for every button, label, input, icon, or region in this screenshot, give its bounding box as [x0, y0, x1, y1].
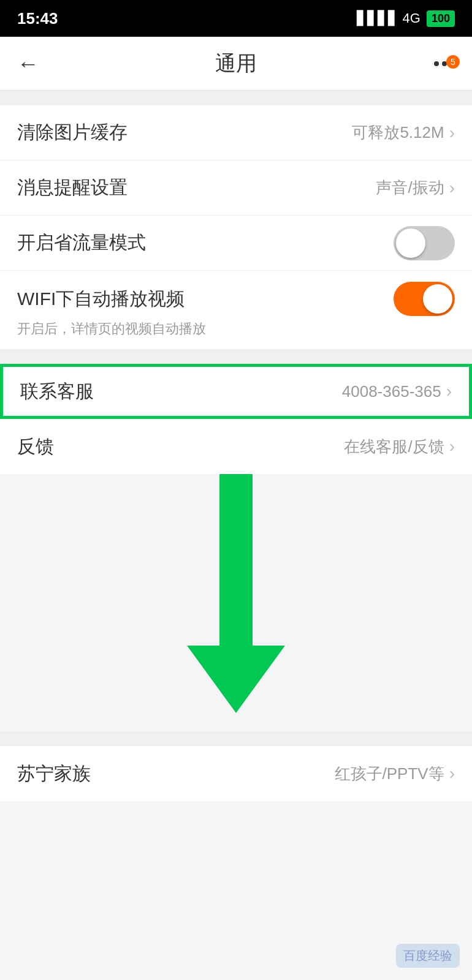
time-display: 15:43	[17, 9, 58, 28]
wifi-autoplay-sublabel: 开启后，详情页的视频自动播放	[17, 320, 455, 338]
clear-cache-label: 清除图片缓存	[17, 120, 128, 145]
clear-cache-item[interactable]: 清除图片缓存 可释放5.12M ›	[0, 105, 472, 160]
wifi-autoplay-toggle[interactable]	[394, 282, 455, 316]
green-arrow	[187, 474, 285, 713]
section-divider-2	[0, 349, 472, 364]
section-divider-top	[0, 91, 472, 105]
chevron-icon: ›	[449, 178, 455, 198]
notification-badge: 5	[446, 55, 460, 69]
data-saving-toggle-container	[394, 226, 455, 260]
data-saving-toggle[interactable]	[394, 226, 455, 260]
status-bar: 15:43 ▋▋▋▋ 4G 100	[0, 0, 472, 37]
suning-family-item[interactable]: 苏宁家族 红孩子/PPTV等 ›	[0, 746, 472, 801]
chevron-icon: ›	[446, 382, 452, 401]
back-button[interactable]: ←	[17, 51, 39, 77]
signal-icon: ▋▋▋▋ 4G	[357, 10, 420, 26]
chevron-icon: ›	[449, 123, 455, 143]
toggle-thumb	[423, 284, 452, 314]
suning-family-label: 苏宁家族	[17, 761, 91, 786]
clear-cache-value: 可释放5.12M ›	[352, 122, 455, 143]
contact-service-value: 4008-365-365 ›	[342, 382, 452, 401]
notification-settings-item[interactable]: 消息提醒设置 声音/振动 ›	[0, 160, 472, 216]
wifi-autoplay-toggle-container	[394, 282, 455, 316]
watermark: 百度经验	[396, 944, 460, 968]
page-title: 通用	[215, 50, 257, 78]
page-header: ← 通用 5	[0, 37, 472, 91]
wifi-autoplay-item[interactable]: WIFI下自动播放视频 开启后，详情页的视频自动播放	[0, 271, 472, 349]
battery-indicator: 100	[427, 10, 455, 27]
arrow-shaft	[219, 474, 253, 646]
wifi-autoplay-label: WIFI下自动播放视频	[17, 287, 185, 312]
contact-service-label: 联系客服	[20, 379, 94, 404]
feedback-value: 在线客服/反馈 ›	[344, 436, 455, 458]
settings-section-2: 联系客服 4008-365-365 › 反馈 在线客服/反馈 ›	[0, 364, 472, 474]
chevron-icon: ›	[449, 764, 455, 783]
notification-label: 消息提醒设置	[17, 175, 128, 200]
arrow-head	[187, 646, 285, 713]
data-saving-label: 开启省流量模式	[17, 230, 146, 255]
settings-section-1: 清除图片缓存 可释放5.12M › 消息提醒设置 声音/振动 › 开启省流量模式…	[0, 105, 472, 349]
settings-section-3: 苏宁家族 红孩子/PPTV等 ›	[0, 746, 472, 801]
status-icons: ▋▋▋▋ 4G 100	[357, 10, 455, 27]
section-divider-3	[0, 731, 472, 746]
feedback-item[interactable]: 反馈 在线客服/反馈 ›	[0, 419, 472, 474]
contact-service-item[interactable]: 联系客服 4008-365-365 ›	[0, 364, 472, 419]
annotation-arrow-container	[0, 474, 472, 731]
suning-family-value: 红孩子/PPTV等 ›	[335, 763, 455, 785]
feedback-label: 反馈	[17, 434, 54, 459]
chevron-icon: ›	[449, 437, 455, 456]
data-saving-item[interactable]: 开启省流量模式	[0, 216, 472, 271]
toggle-thumb	[396, 228, 425, 258]
more-button[interactable]: 5	[434, 61, 455, 66]
notification-value: 声音/振动 ›	[376, 177, 455, 198]
